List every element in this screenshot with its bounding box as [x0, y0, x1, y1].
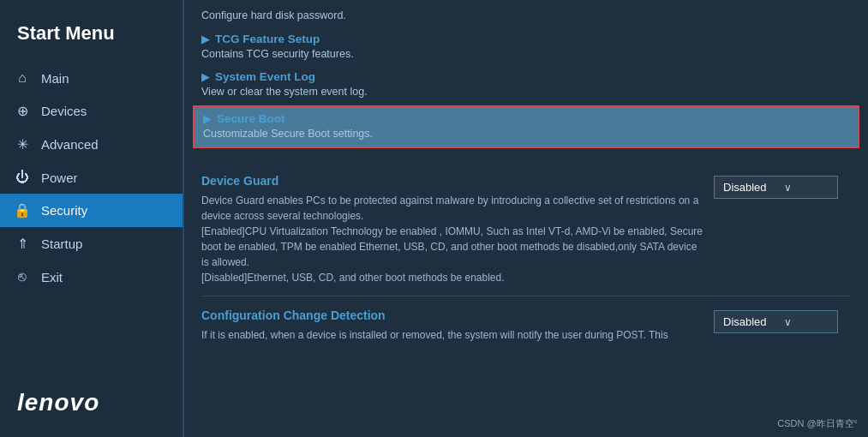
sidebar-label-security: Security [41, 203, 87, 218]
system-event-arrow-icon: ▶ [201, 70, 210, 83]
sidebar-item-power[interactable]: ⏻ Power [0, 161, 183, 194]
sidebar-item-security[interactable]: 🔒 Security [0, 194, 183, 227]
secure-boot-section-link[interactable]: ▶ Secure Boot [203, 112, 849, 125]
sidebar-label-exit: Exit [41, 270, 63, 284]
divider-1 [201, 296, 851, 296]
tcg-arrow-icon: ▶ [201, 33, 210, 45]
sidebar-item-advanced[interactable]: ✳ Advanced [0, 128, 183, 161]
sidebar-item-devices[interactable]: ⊕ Devices [0, 94, 183, 128]
config-change-text: Configuration Change Detection If it is … [201, 308, 705, 343]
secure-boot-highlighted-row[interactable]: ▶ Secure Boot Customizable Secure Boot s… [193, 105, 859, 149]
secure-boot-link-text[interactable]: Secure Boot [217, 112, 285, 125]
home-icon: ⌂ [14, 70, 31, 86]
device-guard-chevron-icon: ∨ [784, 182, 792, 194]
config-change-dropdown-value: Disabled [723, 315, 767, 328]
tcg-description: Contains TCG security features. [201, 47, 851, 63]
top-description: Configure hard disk password. [201, 9, 851, 24]
sidebar-item-exit[interactable]: ⎋ Exit [0, 260, 183, 293]
device-guard-dropdown[interactable]: Disabled ∨ [714, 176, 838, 199]
config-change-title: Configuration Change Detection [201, 308, 705, 322]
security-icon: 🔒 [14, 202, 31, 218]
device-guard-title: Device Guard [201, 174, 705, 188]
sidebar-label-startup: Startup [41, 236, 82, 251]
top-section: Configure hard disk password. ▶ TCG Feat… [184, 0, 868, 148]
sidebar-label-main: Main [41, 71, 69, 86]
system-event-section-link[interactable]: ▶ System Event Log [201, 70, 851, 83]
tcg-link-text[interactable]: TCG Feature Setup [215, 33, 320, 45]
config-change-chevron-icon: ∨ [784, 316, 792, 328]
device-guard-dropdown-value: Disabled [723, 181, 767, 194]
device-guard-section: Device Guard Device Guard enables PCs to… [201, 174, 851, 285]
sidebar-label-devices: Devices [41, 104, 87, 118]
sidebar-item-main[interactable]: ⌂ Main [0, 62, 183, 94]
sidebar-title: Start Menu [0, 9, 183, 62]
system-event-description: View or clear the system event log. [201, 85, 851, 100]
device-guard-dropdown-wrapper: Disabled ∨ [714, 174, 851, 199]
main-content: Configure hard disk password. ▶ TCG Feat… [184, 0, 868, 437]
system-event-link-text[interactable]: System Event Log [215, 70, 315, 83]
config-change-section: Configuration Change Detection If it is … [201, 308, 851, 343]
device-guard-desc: Device Guard enables PCs to be protected… [201, 193, 705, 285]
secure-boot-arrow-icon: ▶ [203, 112, 212, 125]
devices-icon: ⊕ [14, 103, 31, 119]
config-change-desc: If it is enabled, when a device is insta… [201, 327, 705, 343]
power-icon: ⏻ [14, 170, 31, 185]
advanced-icon: ✳ [14, 136, 31, 153]
exit-icon: ⎋ [14, 269, 31, 284]
sidebar-bottom: lenovo [0, 377, 183, 437]
sidebar: Start Menu ⌂ Main ⊕ Devices ✳ Advanced ⏻… [0, 0, 184, 437]
content-inner: Device Guard Device Guard enables PCs to… [184, 153, 868, 360]
secure-boot-description: Customizable Secure Boot settings. [203, 127, 849, 142]
startup-icon: ⇑ [14, 236, 31, 252]
config-change-dropdown[interactable]: Disabled ∨ [714, 310, 838, 333]
tcg-section-link[interactable]: ▶ TCG Feature Setup [201, 33, 851, 45]
watermark: CSDN @昨日青空° [777, 417, 858, 430]
lenovo-logo: lenovo [0, 377, 183, 428]
sidebar-label-advanced: Advanced [41, 137, 99, 152]
config-change-dropdown-wrapper: Disabled ∨ [714, 308, 851, 333]
sidebar-item-startup[interactable]: ⇑ Startup [0, 227, 183, 260]
sidebar-label-power: Power [41, 171, 78, 185]
device-guard-text: Device Guard Device Guard enables PCs to… [201, 174, 705, 285]
